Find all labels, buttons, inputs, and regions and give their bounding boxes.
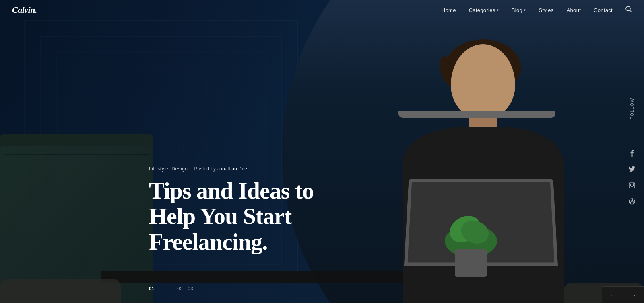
chevron-down-icon-blog: ▾ (524, 8, 526, 12)
follow-label: Follow (630, 98, 634, 119)
social-sidebar: Follow (628, 98, 636, 205)
bottom-seats (0, 271, 644, 303)
svg-line-1 (630, 10, 632, 12)
search-icon (625, 6, 632, 12)
slide-indicator-2[interactable]: 02 (177, 286, 183, 291)
person-figure (382, 24, 584, 303)
site-logo[interactable]: Calvin. (12, 5, 37, 15)
nav-item-home[interactable]: Home (442, 6, 456, 14)
chevron-down-icon: ▾ (497, 8, 499, 12)
dribbble-icon (629, 198, 635, 205)
nav-link-blog[interactable]: Blog ▾ (512, 7, 526, 13)
slide-indicator-3[interactable]: 03 (188, 286, 194, 291)
svg-rect-2 (629, 182, 635, 188)
dribbble-link[interactable] (628, 197, 636, 205)
main-nav: Calvin. Home Categories ▾ Blog ▾ Styles (0, 0, 644, 20)
svg-point-4 (633, 183, 634, 184)
hero-posted: Posted by Jonathan Doe (194, 166, 247, 172)
instagram-link[interactable] (628, 181, 636, 189)
hero-content: Lifestyle, Design Posted by Jonathan Doe… (149, 166, 358, 271)
nav-item-contact[interactable]: Contact (594, 6, 613, 14)
nav-item-categories[interactable]: Categories ▾ (469, 7, 499, 13)
nav-item-styles[interactable]: Styles (539, 6, 553, 14)
nav-item-blog[interactable]: Blog ▾ (512, 7, 526, 13)
hero-tags: Lifestyle, Design Posted by Jonathan Doe (149, 166, 358, 172)
search-button[interactable] (625, 6, 632, 14)
prev-button[interactable]: ← (602, 286, 623, 303)
slide-indicator-1[interactable]: 01 (149, 286, 155, 291)
facebook-icon (630, 149, 634, 157)
nav-link-about[interactable]: About (567, 7, 581, 13)
laptop-base (398, 111, 555, 118)
nav-link-categories[interactable]: Categories ▾ (469, 7, 499, 13)
seat-left (0, 279, 121, 303)
sofa-line (4, 154, 149, 155)
hero-category: Lifestyle, Design (149, 166, 188, 172)
nav-link-styles[interactable]: Styles (539, 7, 553, 13)
hero-title: Tips and Ideas to Help You Start Freelan… (149, 178, 358, 255)
hero-author[interactable]: Jonathan Doe (217, 166, 247, 172)
slide-line (158, 289, 174, 289)
nav-link-home[interactable]: Home (442, 7, 456, 13)
slide-indicators: 01 02 03 (149, 286, 194, 291)
nav-link-contact[interactable]: Contact (594, 7, 613, 13)
bottom-navigation: ← → (602, 286, 644, 303)
twitter-icon (629, 166, 635, 172)
hero-section: Calvin. Home Categories ▾ Blog ▾ Styles (0, 0, 644, 303)
nav-item-about[interactable]: About (567, 6, 581, 14)
follow-divider (632, 129, 632, 141)
instagram-icon (629, 182, 635, 188)
nav-links-list: Home Categories ▾ Blog ▾ Styles About (442, 6, 613, 14)
next-button[interactable]: → (623, 286, 644, 303)
facebook-link[interactable] (628, 149, 636, 157)
svg-point-3 (631, 184, 634, 187)
twitter-link[interactable] (628, 165, 636, 173)
